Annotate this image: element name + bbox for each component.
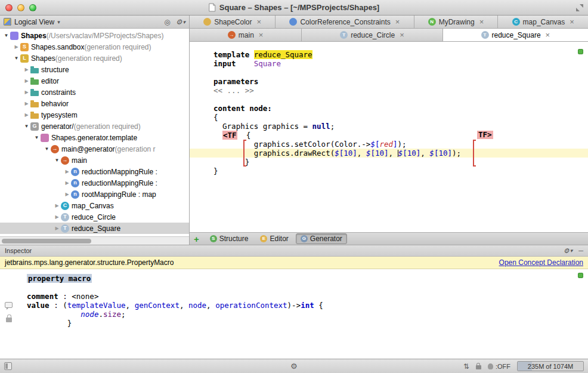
code-line[interactable]: value : (templateValue, genContext, node…	[0, 301, 588, 310]
code-line[interactable]: graphics.setColor(Color.->$[red]);	[190, 140, 588, 149]
minimize-window-button[interactable]	[17, 4, 24, 11]
expanded-arrow-icon[interactable]: ▼	[53, 158, 61, 163]
background-tasks-gear-icon[interactable]: ⚙	[290, 362, 298, 371]
tree-item-main[interactable]: ▼→main	[0, 155, 189, 166]
expanded-arrow-icon[interactable]: ▼	[23, 124, 30, 129]
code-line[interactable]: content node:	[190, 104, 588, 113]
zoom-window-button[interactable]	[29, 4, 36, 11]
code-line[interactable]: }	[190, 158, 588, 167]
tree-item-reductionmappingrule[interactable]: ▶nreductionMappingRule :	[0, 166, 189, 177]
lock-icon[interactable]	[476, 365, 481, 369]
editor-tab-shapecolor[interactable]: ShapeColor×	[190, 16, 276, 28]
tree-item-shapes[interactable]: ▼LShapes (generation required)	[0, 53, 189, 64]
scroll-arrows-icon[interactable]: ⇅	[463, 362, 469, 371]
fullscreen-resize-icon[interactable]	[576, 4, 583, 11]
inspector-header[interactable]: Inspector ⚙▾ ─	[0, 245, 588, 257]
template-editor[interactable]: template reduce_Squareinput Squareparame…	[190, 42, 588, 232]
code-line[interactable]	[190, 95, 588, 104]
highlighting-level-label[interactable]: :OFF	[496, 363, 510, 370]
code-line[interactable]: {	[190, 113, 588, 122]
tree-item-shapes[interactable]: ▼Shapes (/Users/vaclav/MPSProjects/Shape…	[0, 30, 189, 41]
close-window-button[interactable]	[5, 4, 13, 11]
hector-inspections-icon[interactable]	[488, 363, 493, 369]
tree-item-shapes-generator-template[interactable]: ▼Shapes.generator.template	[0, 132, 189, 143]
expanded-arrow-icon[interactable]: ▼	[33, 135, 41, 140]
tree-item-constraints[interactable]: ▶constraints	[0, 87, 189, 98]
tree-item-structure[interactable]: ▶structure	[0, 64, 189, 75]
code-line[interactable]	[0, 283, 588, 292]
code-line[interactable]: <TF {	[190, 131, 588, 140]
code-line[interactable]: << ... >>	[190, 86, 588, 95]
collapsed-arrow-icon[interactable]: ▶	[23, 90, 30, 95]
tree-item-reduce-circle[interactable]: ▶Treduce_Circle	[0, 211, 189, 223]
expanded-arrow-icon[interactable]: ▼	[13, 56, 20, 61]
editor-tab-main[interactable]: →main×	[190, 29, 302, 41]
add-aspect-button[interactable]: +	[194, 235, 199, 243]
tree-item-reduce-square[interactable]: ▶Treduce_Square	[0, 223, 189, 234]
hide-inspector-icon[interactable]: ─	[578, 247, 583, 254]
collapsed-arrow-icon[interactable]: ▶	[53, 203, 61, 208]
code-line[interactable]: Graphics graphics = null;	[190, 122, 588, 131]
open-concept-declaration-link[interactable]: Open Concept Declaration	[499, 258, 583, 267]
code-line[interactable]	[190, 68, 588, 77]
code-line[interactable]: graphics.drawRect($[10], $[10], $[10], $…	[190, 149, 588, 158]
expanded-arrow-icon[interactable]: ▼	[43, 146, 51, 152]
code-line[interactable]: property macro	[0, 274, 588, 283]
collapsed-arrow-icon[interactable]: ▶	[63, 180, 71, 186]
close-tab-icon[interactable]: ×	[400, 31, 404, 39]
tree-horizontal-scrollbar[interactable]	[0, 236, 189, 245]
collapsed-arrow-icon[interactable]: ▶	[63, 192, 71, 197]
editor-tab-reduce-square[interactable]: Treduce_Square×	[443, 29, 588, 41]
memory-indicator[interactable]: 235M of 1074M	[517, 361, 584, 371]
locate-node-icon[interactable]: ◎	[164, 18, 170, 26]
collapsed-arrow-icon[interactable]: ▶	[13, 44, 20, 50]
tree-item-editor[interactable]: ▶editor	[0, 75, 189, 87]
template-icon: T	[481, 31, 489, 39]
aspect-tab-editor[interactable]: EEditor	[255, 233, 293, 244]
tree-item-rootmappingrule-map[interactable]: ▶nrootMappingRule : map	[0, 189, 189, 200]
aspect-tab-generator[interactable]: GGenerator	[296, 233, 347, 244]
code-line[interactable]: }	[190, 167, 588, 175]
collapsed-arrow-icon[interactable]: ▶	[23, 78, 30, 84]
close-tab-icon[interactable]: ×	[259, 31, 264, 39]
scrollbar-thumb[interactable]	[2, 239, 91, 243]
titlebar[interactable]: Square – Shapes – [~/MPSProjects/Shapes]	[0, 0, 588, 16]
view-selector-dropdown[interactable]: Logical View ▾	[4, 18, 60, 26]
close-tab-icon[interactable]: ×	[257, 18, 262, 26]
settings-gear-icon[interactable]: ⚙▾	[176, 18, 185, 26]
code-line[interactable]: node.size;	[0, 310, 588, 319]
collapsed-arrow-icon[interactable]: ▶	[63, 169, 71, 174]
expanded-arrow-icon[interactable]: ▼	[2, 33, 10, 38]
tree-item-reductionmappingrule[interactable]: ▶nreductionMappingRule :	[0, 177, 189, 189]
collapsed-arrow-icon[interactable]: ▶	[53, 214, 61, 220]
tree-item-behavior[interactable]: ▶behavior	[0, 98, 189, 109]
code-line[interactable]: parameters	[190, 77, 588, 86]
editor-tab-mydrawing[interactable]: NMyDrawing×	[414, 16, 499, 28]
close-tab-icon[interactable]: ×	[546, 31, 550, 39]
code-line[interactable]: template reduce_Square	[190, 50, 588, 59]
tree-item-typesystem[interactable]: ▶typesystem	[0, 109, 189, 121]
tree-item-generator[interactable]: ▼Ggenerator/ (generation required)	[0, 121, 189, 132]
tree-item-map-canvas[interactable]: ▶Cmap_Canvas	[0, 200, 189, 211]
inspector-gear-icon[interactable]: ⚙▾	[564, 247, 572, 255]
collapsed-arrow-icon[interactable]: ▶	[23, 101, 30, 106]
close-tab-icon[interactable]: ×	[479, 18, 484, 26]
editor-tab-colorreference-constraints[interactable]: ColorReference_Constraints×	[276, 16, 414, 28]
tree-item-shapes-sandbox[interactable]: ▶SShapes.sandbox (generation required)	[0, 41, 189, 53]
inspector-editor[interactable]: property macrocomment : <none>value : (t…	[0, 269, 588, 359]
code-line[interactable]: }	[0, 319, 588, 328]
editor-tab-map-canvas[interactable]: Cmap_Canvas×	[498, 16, 588, 28]
window-title: Square – Shapes – [~/MPSProjects/Shapes]	[219, 3, 379, 12]
close-tab-icon[interactable]: ×	[570, 18, 574, 26]
collapsed-arrow-icon[interactable]: ▶	[23, 112, 30, 118]
tree-item-main-generator[interactable]: ▼→main@generator (generation r	[0, 143, 189, 155]
editor-tab-reduce-circle[interactable]: Treduce_Circle×	[302, 29, 442, 41]
aspect-tab-structure[interactable]: SStructure	[205, 233, 253, 244]
toolwindow-toggle-icon[interactable]	[4, 362, 12, 370]
code-line[interactable]: comment : <none>	[0, 292, 588, 301]
close-tab-icon[interactable]: ×	[395, 18, 400, 26]
code-line[interactable]: input Square	[190, 59, 588, 68]
collapsed-arrow-icon[interactable]: ▶	[53, 226, 61, 231]
comment-gutter-icon[interactable]	[5, 302, 13, 308]
collapsed-arrow-icon[interactable]: ▶	[23, 67, 30, 72]
